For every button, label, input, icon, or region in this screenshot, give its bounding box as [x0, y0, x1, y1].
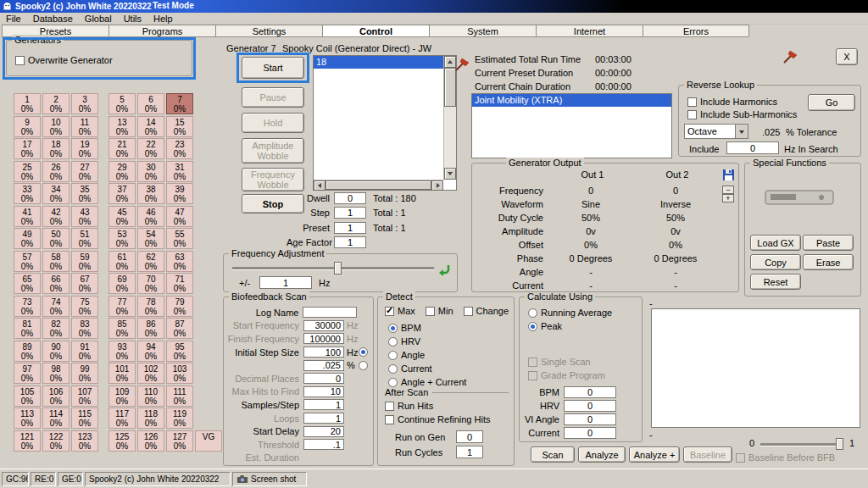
percent-step-input[interactable]: .025 [303, 360, 344, 371]
generator-cell-1[interactable]: 10% [14, 93, 41, 114]
generator-cell-107[interactable]: 1070% [71, 385, 98, 407]
generator-cell-91[interactable]: 910% [71, 341, 98, 362]
frequency-adjustment-slider-thumb[interactable] [334, 262, 342, 274]
generator-cell-55[interactable]: 550% [166, 228, 193, 249]
bpm-radio-box[interactable] [388, 324, 398, 333]
run-hits-checkbox[interactable]: Run Hits [385, 401, 433, 411]
detect-check-change[interactable]: Change [464, 306, 509, 316]
octave-dropdown[interactable]: Octave [684, 124, 748, 139]
generator-cell-45[interactable]: 450% [108, 206, 136, 227]
generator-cell-18[interactable]: 180% [42, 138, 70, 159]
hrv-radio-box[interactable] [388, 337, 398, 347]
generator-cell-65[interactable]: 650% [14, 273, 41, 294]
tab-errors[interactable]: Errors [643, 25, 749, 37]
generator-cell-102[interactable]: 1020% [137, 363, 164, 384]
start-frequency-input[interactable]: 30000 [303, 320, 344, 331]
angle-radio-box[interactable] [388, 351, 398, 360]
load-gx-button[interactable]: Load GX [750, 235, 801, 251]
generator-cell-113[interactable]: 1130% [14, 408, 41, 429]
generator-cell-3[interactable]: 30% [71, 93, 98, 114]
generator-cell-126[interactable]: 1260% [137, 430, 164, 452]
menu-item-file[interactable]: File [0, 14, 27, 24]
detect-radio-bpm[interactable]: BPM [388, 321, 466, 335]
include-hz-input[interactable]: 0 [726, 141, 779, 154]
amplitude-wobble-button[interactable]: Amplitude Wobble [242, 138, 304, 164]
tab-control[interactable]: Control [322, 25, 429, 37]
calc-option-grade-program[interactable]: Grade Program [528, 369, 605, 382]
generator-cell-39[interactable]: 390% [166, 183, 193, 204]
generator-cell-53[interactable]: 530% [108, 228, 136, 249]
analyze-button[interactable]: Analyze + [629, 446, 680, 463]
generator-cell-13[interactable]: 130% [108, 116, 136, 137]
generator-cell-105[interactable]: 1050% [14, 385, 41, 407]
generator-cell-101[interactable]: 1010% [108, 363, 136, 384]
generator-cell-29[interactable]: 290% [108, 161, 136, 182]
generator-cell-121[interactable]: 1210% [14, 430, 41, 452]
preset-input[interactable]: 1 [334, 222, 366, 234]
generator-cell-103[interactable]: 1030% [166, 363, 193, 384]
generator-cell-22[interactable]: 220% [137, 138, 164, 159]
detect-check-max[interactable]: Max [385, 306, 415, 316]
single-scan-checkbox-box[interactable] [528, 358, 537, 367]
vscroll-thumb[interactable] [444, 68, 456, 107]
generator-cell-38[interactable]: 380% [137, 183, 164, 204]
log-name-input[interactable] [303, 307, 357, 318]
generator-cell-33[interactable]: 330% [14, 183, 41, 204]
baseline-before-bfb-checkbox[interactable]: Baseline Before BFB [736, 452, 835, 463]
checkbox-box[interactable] [385, 415, 394, 424]
generator-cell-83[interactable]: 830% [71, 318, 98, 339]
generator-cell-47[interactable]: 470% [166, 206, 193, 227]
grade-program-checkbox-box[interactable] [528, 371, 537, 380]
calc-radio-running-average[interactable]: Running Average [528, 306, 612, 319]
step-mode-radio[interactable] [359, 347, 368, 357]
scan-button[interactable]: Scan [531, 446, 575, 463]
scroll-right-icon[interactable] [431, 180, 443, 191]
step-input[interactable]: 1 [334, 207, 366, 219]
generator-cell-54[interactable]: 540% [137, 228, 164, 249]
run-on-gen-input[interactable]: 0 [456, 430, 483, 443]
generator-cell-37[interactable]: 370% [108, 183, 136, 204]
generator-cell-74[interactable]: 740% [42, 296, 70, 317]
chevron-down-icon[interactable] [735, 125, 748, 138]
generator-cell-9[interactable]: 90% [14, 116, 41, 137]
generator-cell-115[interactable]: 1150% [71, 408, 98, 429]
running-average-radio-box[interactable] [528, 308, 537, 318]
generator-cell-78[interactable]: 780% [137, 296, 164, 317]
generator-cell-27[interactable]: 270% [71, 161, 98, 182]
angle-current-radio-box[interactable] [388, 378, 398, 387]
generator-cell-106[interactable]: 1060% [42, 385, 70, 407]
scroll-down-icon[interactable] [444, 168, 456, 180]
overwrite-generator-checkbox[interactable]: Overwrite Generator [15, 55, 113, 65]
generator-cell-122[interactable]: 1220% [42, 430, 70, 452]
generator-cell-75[interactable]: 750% [71, 296, 98, 317]
decimal-places-input[interactable]: 0 [303, 373, 344, 384]
generator-cell-15[interactable]: 150% [166, 116, 193, 137]
dwell-input[interactable]: 0 [334, 192, 366, 204]
generator-cell-127[interactable]: 1270% [166, 430, 193, 452]
generator-cell-82[interactable]: 820% [42, 318, 70, 339]
current-radio-box[interactable] [388, 364, 398, 374]
generator-cell-89[interactable]: 890% [14, 341, 41, 362]
output-plus-button[interactable] [722, 194, 734, 202]
generator-cell-73[interactable]: 730% [14, 296, 41, 317]
generator-cell-51[interactable]: 510% [71, 228, 98, 249]
generator-cell-49[interactable]: 490% [14, 228, 41, 249]
start-delay-input[interactable]: 20 [303, 426, 344, 437]
menu-item-global[interactable]: Global [79, 14, 118, 24]
generator-cell-117[interactable]: 1170% [108, 408, 136, 429]
generator-cell-85[interactable]: 850% [108, 318, 136, 339]
generator-cell-10[interactable]: 100% [42, 116, 70, 137]
include-harmonics-checkbox[interactable]: Include Harmonics [687, 97, 777, 107]
generator-cell-119[interactable]: 1190% [166, 408, 193, 429]
generator-cell-58[interactable]: 580% [42, 251, 70, 272]
generator-cell-86[interactable]: 860% [137, 318, 164, 339]
detect-radio-current[interactable]: Current [388, 362, 466, 375]
frequency-list[interactable]: 18 [313, 55, 457, 191]
running-preset-list[interactable]: Joint Mobility (XTRA) [471, 93, 672, 158]
generator-cell-vg[interactable]: VG [195, 430, 222, 452]
menu-item-utils[interactable]: Utils [118, 14, 147, 24]
frequency-adjustment-slider-track[interactable] [232, 267, 434, 269]
generator-cell-93[interactable]: 930% [108, 341, 136, 362]
checkbox-box[interactable] [687, 97, 697, 107]
max-checkbox-box[interactable] [385, 307, 394, 316]
